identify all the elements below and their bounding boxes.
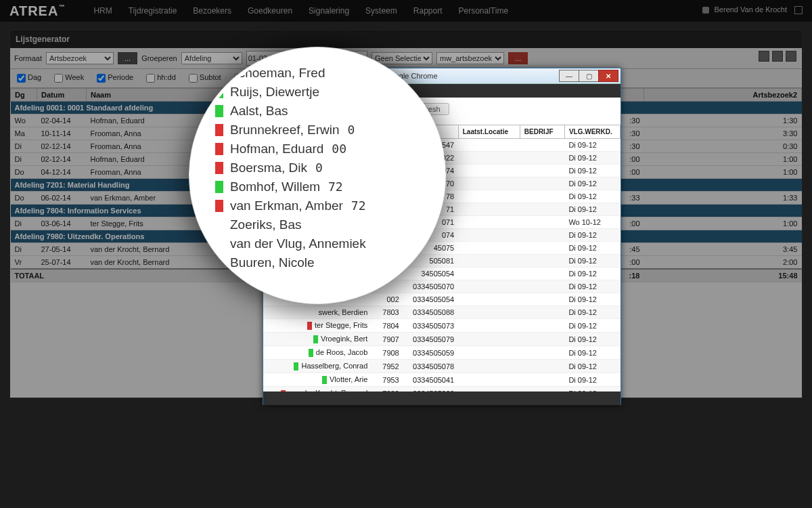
brand-logo: ATREA™ bbox=[9, 3, 65, 19]
lens-item: van Erkman, Amber72 bbox=[230, 196, 443, 215]
opt-hhdd[interactable]: hh:dd bbox=[143, 73, 176, 81]
popup-footer bbox=[263, 391, 621, 405]
print-icon[interactable] bbox=[772, 51, 783, 62]
col-vlg: VLG.WERKD. bbox=[564, 125, 620, 139]
opt-week[interactable]: Week bbox=[51, 73, 84, 81]
nav-systeem[interactable]: Systeem bbox=[357, 1, 405, 21]
nav-tijdregistratie[interactable]: Tijdregistratie bbox=[120, 1, 185, 21]
user-name: Berend Van de Krocht bbox=[715, 5, 787, 14]
opt-dag[interactable]: Dag bbox=[14, 73, 41, 81]
groeperen-label: Groeperen bbox=[141, 54, 177, 62]
groeperen-select[interactable]: Afdeling bbox=[181, 52, 242, 64]
user-icon bbox=[702, 7, 709, 14]
nav-personaltime[interactable]: PersonalTime bbox=[451, 1, 517, 21]
filter-select[interactable]: mw_artsbezoek bbox=[436, 52, 504, 64]
magnifier-lens: Schoeman, FredRuijs, DiewertjeAalst, Bas… bbox=[189, 47, 445, 303]
col-bedrijf: BEDRIJF bbox=[520, 125, 564, 139]
logout-icon[interactable] bbox=[794, 6, 803, 14]
nav-goedkeuren[interactable]: Goedkeuren bbox=[240, 1, 300, 21]
selectie-select[interactable]: Geen Selectie bbox=[371, 52, 432, 64]
col-datum: Datum bbox=[37, 89, 87, 102]
formaat-select[interactable]: Artsbezoek bbox=[46, 52, 114, 64]
run-button[interactable]: ... bbox=[508, 52, 528, 64]
report-toolbar: Formaat Artsbezoek ... Groeperen Afdelin… bbox=[10, 48, 802, 69]
topbar: ATREA™ HRMTijdregistratieBezoekersGoedke… bbox=[0, 0, 812, 22]
list-item[interactable]: Hasselberg, Conrad79520334505078Di 09-12 bbox=[263, 360, 621, 373]
list-item[interactable]: de Roos, Jacob79080334505059Di 09-12 bbox=[263, 346, 621, 360]
nav-signalering[interactable]: Signalering bbox=[300, 1, 357, 21]
nav-bezoekers[interactable]: Bezoekers bbox=[185, 1, 240, 21]
lens-item: Zoeriks, Bas bbox=[230, 215, 443, 234]
panel-title: Lijstgenerator bbox=[10, 30, 802, 48]
window-close-button[interactable]: ✕ bbox=[598, 70, 618, 82]
lens-item: Aalst, Bas bbox=[230, 102, 443, 121]
lens-item: van der Vlug, Annemiek bbox=[230, 234, 443, 253]
col-dg: Dg bbox=[11, 89, 37, 102]
lens-item: Bomhof, Willem72 bbox=[230, 177, 443, 196]
nav-hrm[interactable]: HRM bbox=[85, 1, 120, 21]
copy-icon[interactable] bbox=[786, 51, 796, 62]
formaat-label: Formaat bbox=[14, 54, 42, 62]
list-item[interactable]: ter Stegge, Frits78040334505073Di 09-12 bbox=[263, 319, 621, 333]
main-nav: HRMTijdregistratieBezoekersGoedkeurenSig… bbox=[85, 1, 516, 21]
user-info: Berend Van de Krocht bbox=[702, 5, 803, 14]
nav-rapport[interactable]: Rapport bbox=[405, 1, 451, 21]
window-maximize-button[interactable]: ▢ bbox=[579, 70, 599, 82]
export-icon[interactable] bbox=[759, 51, 769, 62]
col-right: Artsbezoek2 bbox=[644, 89, 802, 102]
list-item[interactable]: Vlotter, Arie79530334505041Di 09-12 bbox=[263, 373, 621, 387]
list-item[interactable]: swerk, Berdien78030334505088Di 09-12 bbox=[263, 306, 621, 319]
lens-item: Brunnekreef, Erwin0 bbox=[230, 121, 443, 140]
details-button[interactable]: ... bbox=[118, 52, 137, 64]
opt-subtot[interactable]: Subtot bbox=[186, 73, 221, 81]
lens-item: Boersma, Dik0 bbox=[230, 158, 443, 177]
list-item[interactable]: Vroegink, Bert79070334505079Di 09-12 bbox=[263, 333, 621, 346]
lens-item: Hofman, Eduard00 bbox=[230, 140, 443, 158]
opt-periode[interactable]: Periode bbox=[94, 73, 133, 81]
window-minimize-button[interactable]: — bbox=[559, 70, 579, 82]
col-laatst: Laatst.Locatie bbox=[458, 125, 520, 139]
